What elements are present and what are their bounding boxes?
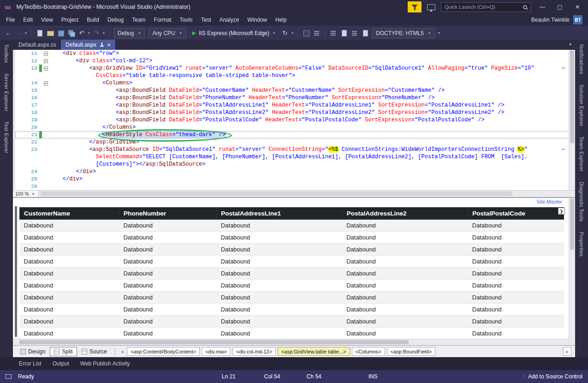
menu-file[interactable]: File bbox=[2, 15, 19, 25]
formatting-icon[interactable] bbox=[340, 29, 348, 37]
doctype-dropdown[interactable]: DOCTYPE: HTML5 ▾ bbox=[372, 28, 435, 38]
code-line[interactable]: 20 </Columns> bbox=[15, 124, 575, 131]
code-editor[interactable]: 11 <div class="row">12 <div class="col-m… bbox=[13, 50, 575, 190]
open-file-icon[interactable] bbox=[46, 29, 54, 37]
scrollbar-thumb[interactable] bbox=[19, 340, 409, 344]
menu-edit[interactable]: Edit bbox=[19, 15, 37, 25]
right-tab-solution-explorer[interactable]: Solution Explorer bbox=[579, 84, 584, 126]
formatting-icon[interactable] bbox=[329, 29, 337, 37]
code-line[interactable]: CssClass="table table-responsive table-s… bbox=[15, 72, 575, 79]
document-list-chevron-icon[interactable]: ▾ bbox=[569, 42, 571, 47]
start-debugging-button[interactable]: ▶ IIS Express (Microsoft Edge) ▾ bbox=[189, 30, 279, 36]
doc-tab-default-aspx-cs[interactable]: Default.aspx.cs bbox=[14, 40, 61, 50]
doc-tab-default-aspx[interactable]: Default.aspx✕ bbox=[61, 40, 115, 50]
maximize-button[interactable]: ▢ bbox=[554, 4, 566, 10]
right-tab-diagnostic-tools[interactable]: Diagnostic Tools bbox=[579, 182, 584, 221]
menu-team[interactable]: Team bbox=[128, 15, 149, 25]
left-tab-server-explorer[interactable]: Server Explorer bbox=[4, 73, 9, 111]
close-icon[interactable]: ✕ bbox=[107, 42, 111, 48]
editor-vertical-scrollbar[interactable] bbox=[569, 50, 575, 190]
feedback-filter-icon[interactable] bbox=[408, 1, 422, 12]
tag-breadcrumb-asp-boundfield[interactable]: <asp:BoundField> bbox=[387, 347, 435, 356]
formatting-icon[interactable] bbox=[350, 29, 358, 37]
fold-margin[interactable] bbox=[42, 79, 49, 87]
menu-debug[interactable]: Debug bbox=[103, 15, 128, 25]
tool-icon[interactable] bbox=[313, 29, 321, 37]
code-line[interactable]: SelectCommand="SELECT [CustomerName], [P… bbox=[15, 153, 575, 161]
column-header-customername[interactable]: CustomerName bbox=[20, 208, 119, 220]
navigate-back-icon[interactable]: ← bbox=[4, 28, 13, 38]
refresh-icon[interactable]: ↻ bbox=[280, 28, 290, 38]
solution-platform-dropdown[interactable]: Any CPU ▾ bbox=[148, 28, 186, 38]
menu-analyze[interactable]: Analyze bbox=[215, 15, 244, 25]
code-line[interactable]: 15 <asp:BoundField DataField="CustomerNa… bbox=[15, 87, 575, 94]
panel-tab-output[interactable]: Output bbox=[48, 358, 74, 369]
undo-icon[interactable]: ↶ bbox=[77, 28, 86, 38]
breadcrumb-scroll-right-button[interactable]: ▸ bbox=[563, 347, 571, 356]
right-tab-properties[interactable]: Properties bbox=[579, 232, 584, 257]
scrollbar-thumb[interactable] bbox=[570, 51, 574, 143]
fold-margin[interactable] bbox=[42, 65, 49, 72]
navigate-forward-icon[interactable]: → bbox=[14, 28, 23, 38]
column-header-postalpostalcode[interactable]: PostalPostalCode bbox=[468, 208, 564, 220]
editor-horizontal-scrollbar[interactable] bbox=[39, 191, 575, 197]
code-line[interactable]: [Customers]"></asp:SqlDataSource> bbox=[15, 161, 575, 168]
new-file-icon[interactable] bbox=[36, 29, 43, 37]
redo-icon[interactable]: ↷ bbox=[92, 28, 101, 38]
collapse-icon[interactable] bbox=[44, 66, 48, 71]
collapse-icon[interactable] bbox=[44, 59, 48, 63]
breadcrumb-scroll-left-icon[interactable]: ◂ bbox=[119, 349, 125, 354]
design-pane[interactable]: Site.Master CustomerNamePhoneNumberPosta… bbox=[13, 198, 575, 345]
quick-launch-input[interactable]: Quick Launch (Ctrl+Q) bbox=[441, 2, 531, 12]
code-line[interactable]: 26 bbox=[15, 183, 575, 190]
add-to-source-control-button[interactable]: Add to Source Control bbox=[528, 373, 582, 380]
design-vertical-scrollbar[interactable] bbox=[569, 198, 575, 345]
menu-tools[interactable]: Tools bbox=[176, 15, 197, 25]
tag-breadcrumb-asp-gridview-table-table[interactable]: <asp:GridView.table table...> bbox=[278, 347, 350, 356]
menu-window[interactable]: Window bbox=[243, 15, 271, 25]
design-horizontal-scrollbar[interactable] bbox=[13, 339, 569, 345]
undo-caret-icon[interactable]: ▾ bbox=[87, 31, 91, 35]
code-line[interactable]: 19 <asp:BoundField DataField="PostalPost… bbox=[15, 116, 575, 124]
menu-test[interactable]: Test bbox=[197, 15, 215, 25]
panel-tab-web-publish-activity[interactable]: Web Publish Activity bbox=[75, 358, 135, 369]
code-line[interactable]: 11 <div class="row"> bbox=[15, 50, 575, 57]
code-line[interactable]: 14 <Columns> bbox=[15, 79, 575, 87]
menu-format[interactable]: Format bbox=[150, 15, 176, 25]
save-icon[interactable] bbox=[57, 29, 65, 37]
code-line[interactable]: 21 <HeaderStyle CssClass="thead-dark" /> bbox=[15, 131, 575, 138]
screen-share-icon[interactable] bbox=[427, 4, 435, 10]
column-header-postaladdressline1[interactable]: PostalAddressLine1 bbox=[217, 208, 343, 220]
column-header-phonenumber[interactable]: PhoneNumber bbox=[119, 208, 216, 220]
code-line[interactable]: 24 </div> bbox=[15, 168, 575, 175]
view-button-source[interactable]: Source bbox=[78, 347, 111, 356]
tag-breadcrumb-div-col-md-12[interactable]: <div.col-md-12> bbox=[232, 347, 276, 356]
signed-in-user[interactable]: Beaulin Twinkle bbox=[531, 17, 570, 23]
toolbar-overflow-icon[interactable]: ▾ bbox=[437, 31, 441, 35]
formatting-icon[interactable] bbox=[361, 29, 369, 37]
redo-caret-icon[interactable]: ▾ bbox=[102, 31, 106, 35]
code-line[interactable]: 17 <asp:BoundField DataField="PostalAddr… bbox=[15, 102, 575, 109]
fold-margin[interactable] bbox=[42, 50, 49, 57]
view-button-design[interactable]: Design bbox=[17, 347, 49, 356]
fold-margin[interactable] bbox=[42, 57, 49, 65]
menu-project[interactable]: Project bbox=[57, 15, 83, 25]
collapse-icon[interactable] bbox=[44, 52, 48, 56]
refresh-caret-icon[interactable]: ▾ bbox=[291, 31, 294, 35]
left-tab-test-explorer[interactable]: Test Explorer bbox=[4, 121, 9, 153]
code-line[interactable]: 13 <asp:GridView ID="GridView1" runat="s… bbox=[15, 65, 575, 72]
minimize-button[interactable]: — bbox=[536, 4, 548, 10]
solution-config-dropdown[interactable]: Debug ▾ bbox=[114, 28, 145, 38]
view-button-split[interactable]: Split bbox=[50, 347, 77, 356]
scrollbar-thumb[interactable] bbox=[41, 192, 512, 196]
code-line[interactable]: 18 <asp:BoundField DataField="PostalAddr… bbox=[15, 109, 575, 116]
column-header-postaladdressline2[interactable]: PostalAddressLine2 bbox=[342, 208, 468, 220]
left-tab-toolbox[interactable]: Toolbox bbox=[4, 44, 9, 63]
menu-build[interactable]: Build bbox=[83, 15, 103, 25]
pin-icon[interactable] bbox=[100, 42, 104, 48]
code-line[interactable]: 22 </asp:GridView> bbox=[15, 138, 575, 146]
code-line[interactable]: 23 <asp:SqlDataSource ID="SqlDataSource1… bbox=[15, 146, 575, 153]
panel-tab-error-list[interactable]: Error List bbox=[14, 358, 47, 369]
code-line[interactable]: 25 </div> bbox=[15, 175, 575, 183]
code-line[interactable]: 16 <asp:BoundField DataField="PhoneNumbe… bbox=[15, 94, 575, 102]
